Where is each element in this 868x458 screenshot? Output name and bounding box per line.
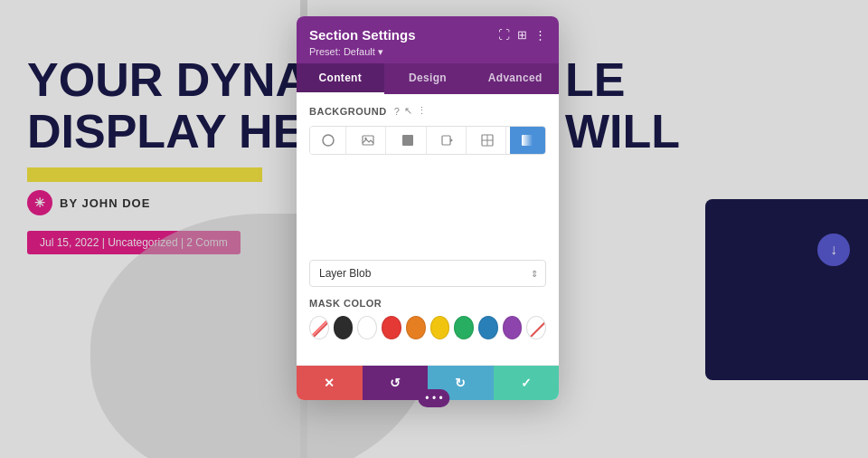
layer-blob-select[interactable]: Layer Blob Layer 1 Layer 2 — [310, 261, 545, 286]
layer-blob-select-wrapper[interactable]: Layer Blob Layer 1 Layer 2 ⇕ — [309, 260, 546, 287]
tab-content[interactable]: Content — [297, 63, 384, 94]
dots-menu-button[interactable]: • • • — [418, 389, 449, 407]
svg-rect-4 — [442, 136, 450, 145]
background-section-header: Background ? ↖ ⋮ — [309, 105, 546, 117]
svg-line-10 — [312, 319, 329, 339]
color-swatch-red[interactable] — [382, 316, 401, 339]
bg-type-pattern[interactable] — [470, 127, 506, 154]
background-label: Background — [309, 106, 387, 117]
color-swatch-orange[interactable] — [406, 316, 426, 339]
svg-marker-5 — [450, 138, 453, 142]
settings-panel: Section Settings ⛶ ⊞ ⋮ Preset: Default ▾… — [297, 16, 559, 400]
panel-body: Background ? ↖ ⋮ — [297, 94, 559, 365]
bg-type-image[interactable] — [350, 127, 386, 154]
layout-icon[interactable]: ⊞ — [517, 28, 527, 42]
panel-title-icons: ⛶ ⊞ ⋮ — [498, 28, 546, 42]
color-swatch-green[interactable] — [454, 316, 474, 339]
svg-line-11 — [529, 319, 546, 339]
panel-preset[interactable]: Preset: Default ▾ — [309, 46, 546, 63]
color-swatch-white[interactable] — [357, 316, 377, 339]
options-icon[interactable]: ⋮ — [417, 105, 427, 117]
confirm-button[interactable]: ✓ — [494, 366, 560, 400]
color-swatch-purple[interactable] — [503, 316, 523, 339]
svg-rect-1 — [363, 136, 373, 145]
color-swatches — [309, 316, 546, 339]
color-swatch-yellow[interactable] — [430, 316, 450, 339]
bg-type-video[interactable] — [430, 127, 467, 154]
tab-design[interactable]: Design — [384, 63, 472, 94]
bg-type-none[interactable] — [310, 127, 346, 154]
panel-title: Section Settings — [309, 27, 416, 43]
color-swatch-transparent[interactable] — [309, 316, 329, 339]
panel-tabs: Content Design Advanced — [297, 63, 559, 94]
background-type-row — [309, 126, 546, 155]
bg-type-color[interactable] — [390, 127, 426, 154]
cancel-button[interactable]: ✕ — [297, 366, 363, 400]
svg-rect-3 — [402, 135, 413, 146]
panel-header: Section Settings ⛶ ⊞ ⋮ Preset: Default ▾ — [297, 16, 559, 63]
color-swatch-custom[interactable] — [526, 316, 546, 339]
gradient-preview-area — [309, 169, 546, 260]
panel-title-row: Section Settings ⛶ ⊞ ⋮ — [309, 27, 546, 43]
color-swatch-blue[interactable] — [478, 316, 498, 339]
bg-type-gradient[interactable] — [510, 127, 545, 154]
svg-point-0 — [323, 135, 334, 146]
cursor-icon[interactable]: ↖ — [404, 105, 412, 117]
layer-blob-row: Layer Blob Layer 1 Layer 2 ⇕ — [309, 260, 546, 287]
background-section-icons: ? ↖ ⋮ — [394, 105, 427, 117]
tab-advanced[interactable]: Advanced — [471, 63, 559, 94]
color-swatch-dark[interactable] — [334, 316, 354, 339]
help-icon[interactable]: ? — [394, 106, 400, 117]
svg-rect-9 — [522, 135, 533, 146]
more-icon[interactable]: ⋮ — [534, 28, 546, 42]
fullscreen-icon[interactable]: ⛶ — [498, 28, 510, 42]
mask-color-label: Mask Color — [309, 298, 546, 309]
